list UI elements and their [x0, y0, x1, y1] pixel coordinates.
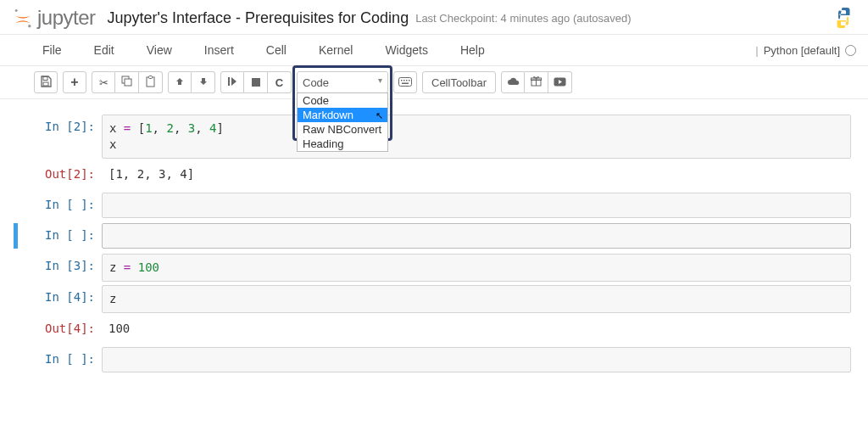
jupyter-logo-icon	[12, 7, 34, 29]
menu-help[interactable]: Help	[457, 40, 488, 60]
cell-type-dropdown: Code Markdown Raw NBConvert Heading ↖	[297, 92, 388, 152]
cut-icon: ✂	[99, 76, 108, 89]
cell-type-wrap: Code Code Markdown Raw NBConvert Heading…	[297, 71, 388, 93]
gift-icon	[531, 76, 542, 89]
svg-rect-10	[228, 77, 230, 86]
code-input[interactable]	[102, 193, 851, 218]
notebook-area: In [2]: x = [1, 2, 3, 4] x Out[2]: [1, 2…	[0, 99, 868, 393]
svg-rect-15	[406, 80, 408, 81]
code-input[interactable]	[102, 223, 851, 249]
run-button[interactable]	[220, 71, 244, 93]
output-text: [1, 2, 3, 4]	[102, 162, 851, 189]
interrupt-button[interactable]	[244, 71, 268, 93]
in-prompt: In [4]:	[17, 285, 102, 313]
code-cell[interactable]: In [4]: z	[17, 285, 851, 313]
paste-icon	[145, 76, 156, 90]
code-cell-selected[interactable]: In [ ]:	[17, 223, 851, 249]
code-input[interactable]: z	[102, 285, 851, 313]
code-cell[interactable]: In [ ]:	[17, 193, 851, 218]
svg-point-1	[28, 25, 31, 27]
svg-point-3	[845, 25, 847, 26]
svg-rect-13	[401, 80, 403, 81]
in-prompt: In [ ]:	[17, 347, 102, 372]
slideshow-button[interactable]	[548, 71, 572, 93]
move-up-button[interactable]	[168, 71, 192, 93]
in-prompt: In [ ]:	[17, 223, 102, 249]
save-icon	[40, 76, 52, 90]
copy-icon	[121, 76, 132, 89]
svg-rect-11	[252, 78, 260, 87]
svg-rect-5	[43, 82, 48, 86]
in-prompt: In [3]:	[17, 254, 102, 282]
menu-edit[interactable]: Edit	[91, 40, 118, 60]
menu-view[interactable]: View	[143, 40, 175, 60]
menu-cell[interactable]: Cell	[263, 40, 290, 60]
save-button[interactable]	[34, 71, 58, 93]
plus-icon: +	[70, 75, 78, 90]
header: jupyter Jupyter's Interface - Prerequisi…	[0, 0, 868, 35]
arrow-down-icon	[198, 76, 209, 89]
stop-icon	[252, 76, 260, 89]
command-palette-button[interactable]	[393, 71, 417, 93]
toolbar: + ✂ C Code Code Markdown Raw NBConvert	[0, 66, 868, 99]
code-input[interactable]	[102, 347, 851, 372]
output-row: Out[4]: 100	[17, 316, 851, 344]
copy-button[interactable]	[115, 71, 139, 93]
code-cell[interactable]: In [3]: z = 100	[17, 254, 851, 282]
out-prompt: Out[4]:	[17, 316, 102, 344]
present-button[interactable]	[525, 71, 548, 93]
play-box-icon	[554, 76, 566, 89]
cursor-icon: ↖	[376, 110, 383, 121]
svg-rect-14	[403, 80, 405, 81]
svg-rect-16	[409, 80, 410, 81]
restart-icon: C	[275, 76, 283, 89]
restart-button[interactable]: C	[268, 71, 292, 93]
option-raw[interactable]: Raw NBConvert	[298, 122, 387, 137]
option-code[interactable]: Code	[298, 93, 387, 108]
paste-button[interactable]	[139, 71, 163, 93]
cloud-icon	[507, 76, 520, 89]
svg-rect-7	[125, 79, 131, 86]
output-text: 100	[102, 316, 851, 344]
cut-button[interactable]: ✂	[92, 71, 115, 93]
menu-insert[interactable]: Insert	[201, 40, 237, 60]
cell-type-select[interactable]: Code	[297, 71, 388, 93]
move-down-button[interactable]	[192, 71, 215, 93]
jupyter-logo: jupyter	[12, 6, 96, 30]
cloud-button[interactable]	[501, 71, 525, 93]
option-heading[interactable]: Heading	[298, 137, 387, 151]
code-input[interactable]: z = 100	[102, 254, 851, 282]
svg-point-2	[840, 9, 842, 11]
option-markdown[interactable]: Markdown	[298, 108, 387, 122]
svg-rect-4	[43, 76, 47, 80]
out-prompt: Out[2]:	[17, 162, 102, 189]
run-icon	[228, 76, 236, 89]
kernel-status-icon	[845, 45, 856, 56]
celltoolbar-button[interactable]: CellToolbar	[422, 71, 496, 93]
jupyter-logo-text: jupyter	[37, 6, 96, 30]
code-cell[interactable]: In [ ]:	[17, 347, 851, 372]
svg-rect-17	[402, 82, 409, 84]
in-prompt: In [2]:	[17, 115, 102, 159]
notebook-title[interactable]: Jupyter's Interface - Prerequisites for …	[108, 9, 409, 27]
in-prompt: In [ ]:	[17, 193, 102, 218]
arrow-up-icon	[175, 76, 185, 89]
output-row: Out[2]: [1, 2, 3, 4]	[17, 162, 851, 189]
menu-widgets[interactable]: Widgets	[381, 40, 431, 60]
kernel-name: Python [default]	[764, 44, 840, 57]
svg-rect-9	[149, 76, 153, 78]
code-cell[interactable]: In [2]: x = [1, 2, 3, 4] x	[17, 115, 851, 159]
python-logo-icon	[831, 5, 856, 31]
svg-point-0	[15, 9, 18, 12]
menu-kernel[interactable]: Kernel	[315, 40, 356, 60]
checkpoint-text: Last Checkpoint: 4 minutes ago (autosave…	[415, 12, 631, 25]
code-input[interactable]: x = [1, 2, 3, 4] x	[102, 115, 851, 159]
menu-file[interactable]: File	[39, 40, 65, 60]
keyboard-icon	[398, 76, 412, 89]
add-cell-button[interactable]: +	[63, 71, 86, 93]
kernel-indicator: | Python [default]	[755, 44, 856, 57]
svg-rect-12	[399, 77, 412, 86]
menubar: File Edit View Insert Cell Kernel Widget…	[0, 35, 868, 66]
